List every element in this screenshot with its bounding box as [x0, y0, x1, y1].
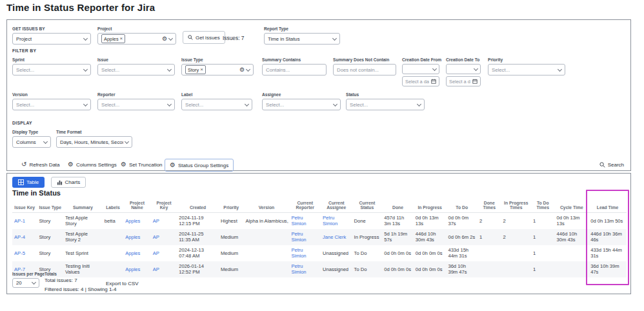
column-header-version[interactable]: Version [243, 199, 289, 213]
table-cell: Apples [123, 229, 151, 245]
creation-date-to-select[interactable] [446, 64, 481, 74]
table-view-button[interactable]: Table [12, 177, 45, 188]
project-select[interactable]: Apples × ⚙ [97, 33, 176, 45]
get-issues-by-select[interactable]: Project [12, 33, 91, 45]
get-issues-button-label: Get issues [196, 35, 220, 41]
reporter-select[interactable]: Select... [97, 99, 175, 110]
column-header-cycle-time[interactable]: Cycle Time [555, 199, 589, 213]
table-cell: Unassigned [321, 245, 352, 261]
chevron-down-icon [333, 101, 337, 106]
status-group-settings-button[interactable]: ⚙ Status Group Settings [165, 159, 234, 172]
project-label: Project [97, 26, 176, 31]
table-cell: Apples [123, 261, 151, 277]
cell-link[interactable]: Petru Simion [291, 263, 306, 275]
cell-link[interactable]: Apples [125, 266, 140, 272]
table-cell: 1 [478, 229, 501, 245]
summary-contains-input[interactable]: Contains... [262, 64, 327, 75]
column-header-done-times[interactable]: Done Times [478, 199, 501, 213]
table-cell: 0d 0h 13m 13s [555, 213, 589, 229]
issue-key-link[interactable]: AP-5 [14, 250, 25, 256]
cell-link[interactable]: Apples [125, 250, 140, 256]
table-cell: Petru Simion [289, 261, 321, 277]
column-header-project-key[interactable]: Project Key [151, 199, 177, 213]
project-chip-label: Apples [104, 36, 119, 42]
cell-link[interactable]: AP [153, 234, 159, 240]
remove-chip-icon[interactable]: × [200, 67, 203, 72]
creation-date-to-datepicker[interactable]: Select a date [446, 76, 481, 86]
column-header-lead-time[interactable]: Lead Time [589, 199, 627, 213]
set-truncation-button[interactable]: ⚙ Set Truncation [121, 159, 163, 170]
issues-per-page-field: Issues per Page 20 [12, 272, 39, 288]
cell-link[interactable]: Apples [125, 218, 140, 224]
select-settings-icon[interactable]: ⚙ [162, 36, 167, 42]
creation-date-from-datepicker[interactable]: Select a date [402, 76, 439, 86]
label-label: Label [181, 92, 252, 97]
column-header-current-assignee[interactable]: Current Assignee [321, 199, 352, 213]
table-cell: Jane Clerk [321, 229, 352, 245]
sprint-field: Sprint Select... [12, 57, 91, 75]
column-header-issue-type[interactable]: Issue Type [37, 199, 63, 213]
chevron-down-icon [432, 66, 437, 70]
table-cell: To Do [352, 261, 383, 277]
issues-per-page-select[interactable]: 20 [12, 278, 39, 288]
column-header-issue-key[interactable]: Issue Key [12, 199, 37, 213]
creation-date-from-placeholder: Select a date [405, 79, 429, 85]
search-button[interactable]: Search [599, 159, 624, 170]
display-type-field: Display Type Columns [12, 130, 51, 148]
columns-settings-button[interactable]: ⚙ Columns Settings [68, 159, 117, 170]
issue-type-label: Issue Type [181, 57, 254, 62]
page-title: Time in Status Reporter for Jira [6, 2, 155, 13]
column-header-summary[interactable]: Summary [63, 199, 103, 213]
priority-select[interactable]: Select... [488, 64, 565, 75]
column-header-to-do-times[interactable]: To Do Times [531, 199, 554, 213]
column-header-project-name[interactable]: Project Name [123, 199, 151, 213]
calendar-icon [472, 79, 478, 84]
issue-type-select[interactable]: Story × ⚙ [181, 64, 254, 75]
column-header-priority[interactable]: Priority [219, 199, 243, 213]
column-header-labels[interactable]: Labels [103, 199, 123, 213]
issue-select[interactable]: Select... [97, 64, 175, 75]
table-row: AP-7StoryTesting Initi ValuesApplesAP202… [12, 261, 627, 277]
column-header-in-progress-times[interactable]: In Progress Times [501, 199, 531, 213]
report-type-select[interactable]: Time in Status [264, 33, 340, 45]
version-select[interactable]: Select... [12, 99, 91, 110]
cell-link[interactable]: AP [153, 250, 159, 256]
remove-chip-icon[interactable]: × [120, 36, 123, 41]
creation-date-to-field: Creation Date To Select a date [446, 57, 481, 86]
column-header-current-status[interactable]: Current Status [352, 199, 383, 213]
table-cell: In Progress [352, 229, 383, 245]
cell-link[interactable]: AP [153, 266, 159, 272]
column-header-current-reporter[interactable]: Current Reporter [289, 199, 321, 213]
select-settings-icon[interactable]: ⚙ [239, 67, 245, 73]
issue-key-link[interactable]: AP-1 [14, 218, 25, 224]
display-type-select[interactable]: Columns [12, 136, 51, 148]
column-header-done[interactable]: Done [382, 199, 414, 213]
cell-link[interactable]: Petru Simion [291, 247, 306, 259]
column-header-in-progress[interactable]: In Progress [414, 199, 447, 213]
column-header-created[interactable]: Created [177, 199, 219, 213]
time-format-select[interactable]: Days, Hours, Minutes, Seconds [56, 136, 132, 148]
cell-link[interactable]: Petru Simion [291, 215, 306, 226]
status-select[interactable]: Select... [346, 99, 425, 110]
table-cell [243, 261, 289, 277]
sprint-select[interactable]: Select... [12, 64, 91, 75]
gear-icon: ⚙ [121, 161, 126, 168]
get-issues-by-value: Project [16, 36, 82, 42]
cell-link[interactable]: Jane Clerk [323, 234, 346, 240]
cell-link[interactable]: Petru Simion [291, 231, 306, 243]
priority-field: Priority Select... [488, 57, 565, 75]
label-select[interactable]: Select... [181, 99, 252, 110]
cell-link[interactable]: Petru Simion [323, 215, 337, 226]
charts-view-button[interactable]: Charts [51, 177, 86, 188]
creation-date-from-select[interactable] [402, 64, 439, 74]
assignee-select[interactable]: Select... [262, 99, 341, 110]
page: { "page": { "title": "Time in Status Rep… [0, 0, 644, 311]
summary-does-not-contain-input[interactable]: Does not contain... [333, 64, 396, 75]
refresh-data-button[interactable]: ↺ Refresh Data [21, 159, 60, 170]
export-to-csv-link[interactable]: Export to CSV [106, 281, 139, 286]
cell-link[interactable]: AP [153, 218, 159, 224]
get-issues-button[interactable]: Get issues [183, 31, 225, 44]
issue-key-link[interactable]: AP-4 [14, 234, 25, 240]
column-header-to-do[interactable]: To Do [446, 199, 478, 213]
cell-link[interactable]: Apples [125, 234, 140, 240]
